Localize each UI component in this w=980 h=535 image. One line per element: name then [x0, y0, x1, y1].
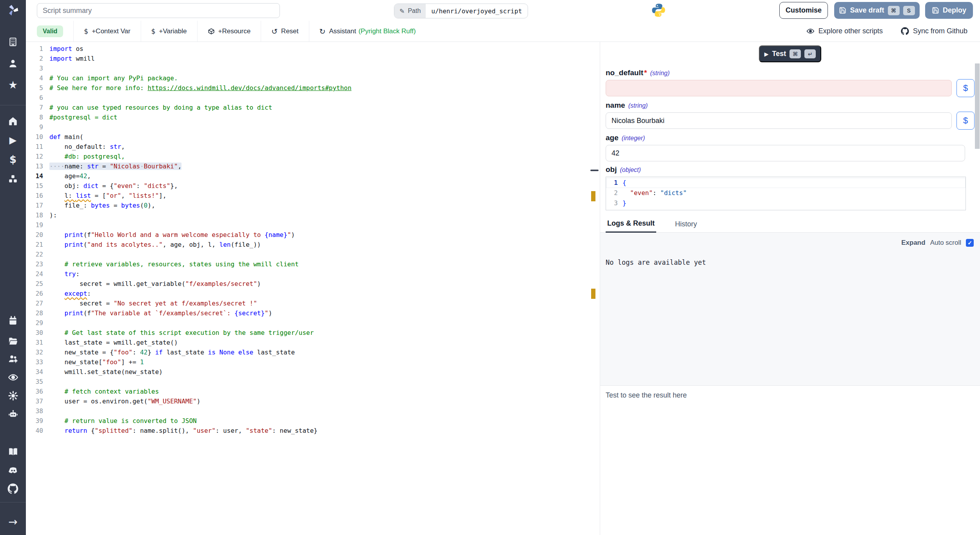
add-context-var-button[interactable]: $ +Context Var: [74, 21, 141, 42]
home-icon[interactable]: [0, 116, 26, 126]
code-line[interactable]: 20 print(f"Hello World and a warm welcom…: [26, 230, 590, 240]
code-line[interactable]: 30 # Get last state of this script execu…: [26, 328, 590, 338]
assistant-button[interactable]: ↻ Assistant (Pyright Black Ruff): [309, 21, 426, 42]
age-input[interactable]: [606, 145, 965, 161]
customise-button[interactable]: Customise: [779, 2, 828, 19]
code-line[interactable]: 4# You can import any PyPi package.: [26, 73, 590, 83]
code-line[interactable]: 13····name: str = "Nicolas·Bourbaki",: [26, 161, 590, 171]
expand-button[interactable]: Expand: [901, 239, 925, 247]
code-line[interactable]: 23 # retrieve variables, resources, stat…: [26, 259, 590, 269]
autoscroll-checkbox[interactable]: ✓: [966, 239, 974, 247]
code-line[interactable]: 8#postgresql = dict: [26, 112, 590, 122]
users-gear-icon[interactable]: [0, 354, 26, 364]
code-line[interactable]: 12 #db: postgresql,: [26, 152, 590, 161]
github-icon[interactable]: [0, 483, 26, 494]
code-line[interactable]: 15 obj: dict = {"even": "dicts"},: [26, 181, 590, 191]
reset-button[interactable]: ↺ Reset: [261, 21, 309, 42]
user-icon[interactable]: [0, 58, 26, 69]
code-line[interactable]: 11 no_default: str,: [26, 142, 590, 152]
code-line[interactable]: 29: [26, 318, 590, 328]
code-line[interactable]: 40 return {"splitted": name.split(), "us…: [26, 426, 590, 436]
add-variable-button[interactable]: $ +Variable: [141, 21, 198, 42]
folder-icon[interactable]: [0, 336, 26, 346]
windmill-logo[interactable]: [0, 3, 26, 17]
calendar-icon[interactable]: [0, 316, 26, 326]
code-line[interactable]: 24 try:: [26, 269, 590, 279]
path-button[interactable]: ✎ Path u/henri/overjoyed_script: [394, 4, 528, 18]
line-number: 5: [26, 83, 49, 93]
name-input[interactable]: [606, 112, 952, 129]
panel-splitter[interactable]: [590, 42, 600, 535]
line-number: 12: [26, 152, 49, 161]
building-icon[interactable]: [0, 37, 26, 47]
code-line[interactable]: 21 print("and its acolytes..", age, obj,…: [26, 240, 590, 249]
code-line[interactable]: 1import os: [26, 44, 590, 54]
test-button[interactable]: ▶ Test ⌘ ↵: [759, 45, 821, 62]
line-number: 26: [26, 289, 49, 298]
code-line[interactable]: 2import wmill: [26, 54, 590, 63]
code-line[interactable]: 22: [26, 249, 590, 259]
code-line[interactable]: 31 last_state = wmill.get_state(): [26, 338, 590, 347]
line-number: 34: [26, 367, 49, 377]
splitter-handle[interactable]: [590, 170, 599, 171]
code-line[interactable]: 1{: [606, 178, 965, 188]
panel-scrollbar[interactable]: [975, 63, 980, 149]
code-line[interactable]: 17 file_: bytes = bytes(0),: [26, 201, 590, 210]
code-line[interactable]: 38: [26, 406, 590, 416]
insert-variable-button[interactable]: $: [956, 79, 975, 97]
arrow-right-icon[interactable]: →: [0, 515, 26, 528]
code-line[interactable]: 7# you can use typed resources by doing …: [26, 103, 590, 112]
line-number: 2: [606, 188, 622, 198]
save-draft-button[interactable]: Save draft ⌘ S: [834, 2, 920, 19]
explore-other-scripts-button[interactable]: Explore other scripts: [806, 27, 883, 35]
code-line[interactable]: 33 new_state["foo"] += 1: [26, 357, 590, 367]
sync-from-github-button[interactable]: Sync from Github: [901, 27, 967, 35]
no-default-input[interactable]: [606, 80, 952, 96]
code-line[interactable]: 6: [26, 93, 590, 103]
play-icon: ▶: [764, 51, 769, 57]
code-line[interactable]: 18):: [26, 210, 590, 220]
deploy-button[interactable]: Deploy: [925, 2, 973, 19]
code-line[interactable]: 16 l: list = ["or", "lists!"],: [26, 191, 590, 201]
code-line[interactable]: 25 secret = wmill.get_variable("f/exampl…: [26, 279, 590, 289]
obj-json-editor[interactable]: 1{2 "even": "dicts"3}: [606, 177, 966, 210]
tab-history[interactable]: History: [673, 217, 699, 232]
code-line[interactable]: 36 # fetch context variables: [26, 387, 590, 396]
code-line[interactable]: 39 # return value is converted to JSON: [26, 416, 590, 426]
line-number: 1: [26, 44, 49, 54]
book-icon[interactable]: [0, 446, 26, 457]
kbd-enter: ↵: [804, 49, 816, 58]
code-line[interactable]: 5# See here for more info: https://docs.…: [26, 83, 590, 93]
code-line[interactable]: 28 print(f"The variable at `f/examples/s…: [26, 308, 590, 318]
cubes-icon[interactable]: [0, 174, 26, 184]
star-icon[interactable]: ★: [0, 79, 26, 91]
dollar-icon[interactable]: $: [0, 154, 26, 165]
line-number: 36: [26, 387, 49, 396]
play-icon[interactable]: ▶: [0, 135, 26, 146]
code-line[interactable]: 2 "even": "dicts": [606, 188, 965, 198]
eye-icon[interactable]: [0, 372, 26, 383]
add-resource-button[interactable]: +Resource: [198, 21, 261, 42]
line-number: 18: [26, 210, 49, 220]
code-line[interactable]: 3: [26, 63, 590, 73]
code-editor[interactable]: 1import os2import wmill34# You can impor…: [26, 42, 590, 535]
gear-icon[interactable]: [0, 390, 26, 401]
code-line[interactable]: 14 age=42,: [26, 171, 590, 181]
code-line[interactable]: 3}: [606, 198, 965, 208]
code-line[interactable]: 37 user = os.environ.get("WM_USERNAME"): [26, 396, 590, 406]
code-line[interactable]: 19: [26, 220, 590, 230]
code-line[interactable]: 32 new_state = {"foo": 42} if last_state…: [26, 347, 590, 357]
code-line[interactable]: 26 except:: [26, 289, 590, 298]
code-line[interactable]: 9: [26, 122, 590, 132]
code-line[interactable]: 34 wmill.set_state(new_state): [26, 367, 590, 377]
robot-icon[interactable]: [0, 409, 26, 419]
kbd-cmd: ⌘: [888, 6, 900, 15]
script-summary-input[interactable]: [37, 3, 280, 18]
tab-logs-result[interactable]: Logs & Result: [606, 216, 656, 233]
code-line[interactable]: 10def main(: [26, 132, 590, 142]
code-line[interactable]: 35: [26, 377, 590, 387]
line-number: 31: [26, 338, 49, 347]
code-line[interactable]: 27 secret = "No secret yet at f/examples…: [26, 298, 590, 308]
insert-variable-button[interactable]: $: [956, 112, 975, 130]
discord-icon[interactable]: [0, 465, 26, 476]
